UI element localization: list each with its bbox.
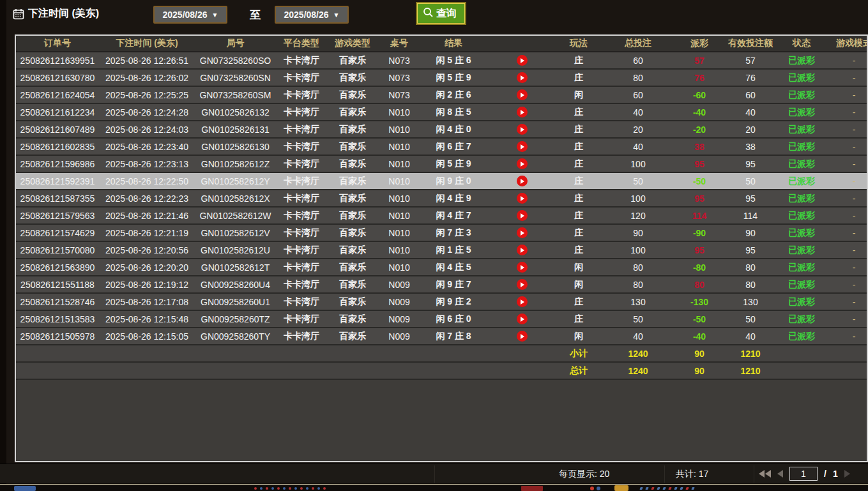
cell-platform: 卡卡湾厅 (276, 190, 327, 208)
table-row[interactable]: 2508261215638902025-08-26 12:20:20GN0102… (16, 259, 868, 276)
column-header-table-no: 桌号 (378, 36, 420, 52)
subtotal-row-cell-order-id (16, 345, 99, 363)
play-video-icon[interactable] (517, 279, 528, 290)
table-row[interactable]: 2508261215923912025-08-26 12:22:50GN0102… (16, 173, 868, 190)
cell-game-mode: - (825, 87, 868, 104)
cell-result: 闲 9 庄 7 (420, 276, 487, 294)
cell-round-id: GN009258260TY (195, 328, 276, 345)
cell-game-mode: - (825, 70, 868, 87)
cell-play: 闲 (557, 328, 600, 345)
cell-result: 闲 6 庄 0 (420, 311, 487, 328)
table-row[interactable]: 2508261216028352025-08-26 12:23:40GN0102… (16, 139, 868, 156)
cell-valid-bet: 95 (723, 190, 778, 208)
play-video-icon[interactable] (517, 141, 528, 152)
cell-play: 庄 (557, 294, 600, 311)
cell-game-mode: - (825, 276, 868, 294)
cell-video (487, 242, 557, 259)
table-row[interactable]: 2508261215700802025-08-26 12:20:56GN0102… (16, 242, 868, 259)
cell-result: 闲 2 庄 6 (420, 87, 487, 104)
cell-bet-time: 2025-08-26 12:23:13 (99, 156, 195, 173)
subtotal-row: 小计1240901210 (16, 345, 868, 363)
play-video-icon[interactable] (517, 124, 528, 135)
cell-valid-bet: 95 (723, 242, 778, 259)
table-row[interactable]: 2508261215746292025-08-26 12:21:19GN0102… (16, 225, 868, 242)
play-video-icon[interactable] (517, 331, 528, 342)
play-video-icon[interactable] (517, 89, 528, 100)
table-row[interactable]: 2508261216074892025-08-26 12:24:03GN0102… (16, 121, 868, 139)
date-from-select[interactable]: 2025/08/26 ▼ (153, 6, 227, 24)
play-video-icon[interactable] (517, 55, 528, 66)
play-video-icon[interactable] (517, 245, 528, 255)
cell-order-id: 250826121630780 (16, 70, 99, 87)
table-row[interactable]: 2508261215287462025-08-26 12:17:08GN0092… (16, 294, 868, 311)
next-page-icon[interactable] (844, 470, 850, 478)
column-header-round-id: 局号 (195, 36, 276, 52)
cell-total-bet: 20 (600, 121, 676, 139)
play-video-icon[interactable] (517, 107, 528, 117)
cell-video (487, 87, 557, 104)
play-video-icon[interactable] (517, 227, 528, 238)
cell-payout: 95 (676, 242, 723, 259)
cell-status: 已派彩 (778, 173, 825, 190)
cell-bet-time: 2025-08-26 12:24:03 (99, 121, 195, 139)
grand-total-row-cell-valid-bet: 1210 (723, 363, 778, 380)
cell-status: 已派彩 (778, 190, 825, 208)
subtotal-row-cell-status (778, 345, 825, 363)
play-video-icon[interactable] (517, 262, 528, 273)
page-number-input[interactable] (789, 467, 818, 481)
column-header-mode: 游戏模式 (825, 36, 868, 52)
play-video-icon[interactable] (517, 158, 528, 169)
first-page-icon[interactable] (759, 470, 771, 478)
cell-game-type: 百家乐 (327, 52, 378, 70)
cell-order-id: 250826121563890 (16, 259, 99, 276)
cell-result: 闲 5 庄 9 (420, 156, 487, 173)
cell-game-type: 百家乐 (327, 139, 378, 156)
cell-play: 庄 (557, 208, 600, 225)
table-row[interactable]: 2508261216122342025-08-26 12:24:28GN0102… (16, 104, 868, 121)
cell-bet-time: 2025-08-26 12:19:12 (99, 276, 195, 294)
column-header-bet-time: 下注时间 (美东) (99, 36, 195, 52)
table-row[interactable]: 2508261215969862025-08-26 12:23:13GN0102… (16, 156, 868, 173)
table-row[interactable]: 2508261215059782025-08-26 12:15:05GN0092… (16, 328, 868, 345)
window-left-edge (0, 0, 6, 491)
divider (664, 465, 665, 483)
grand-total-row-cell-total-bet: 1240 (600, 363, 676, 380)
table-row[interactable]: 2508261215135832025-08-26 12:15:48GN0092… (16, 311, 868, 328)
table-row[interactable]: 2508261216240542025-08-26 12:25:25GN0732… (16, 87, 868, 104)
grand-total-row-cell-status (778, 363, 825, 380)
cell-order-id: 250826121596986 (16, 156, 99, 173)
cell-order-id: 250826121612234 (16, 104, 99, 121)
cell-table-no: N010 (378, 173, 420, 190)
cell-game-mode: - (825, 121, 868, 139)
grand-total-row-cell-video (487, 363, 557, 380)
play-video-icon[interactable] (517, 176, 528, 186)
cell-status: 已派彩 (778, 311, 825, 328)
query-button[interactable]: 查询 (417, 3, 465, 24)
play-video-icon[interactable] (517, 313, 528, 324)
table-row[interactable]: 2508261216399512025-08-26 12:26:51GN0732… (16, 52, 868, 70)
cell-payout: 57 (676, 52, 723, 70)
table-row[interactable]: 2508261216307802025-08-26 12:26:02GN0732… (16, 70, 868, 87)
cell-status: 已派彩 (778, 208, 825, 225)
grand-total-row-cell-play: 总计 (557, 363, 600, 380)
cell-round-id: GN073258260SO (195, 52, 276, 70)
cell-bet-time: 2025-08-26 12:21:46 (99, 208, 195, 225)
play-video-icon[interactable] (517, 296, 528, 307)
play-video-icon[interactable] (517, 72, 528, 83)
table-row[interactable]: 2508261215873552025-08-26 12:22:23GN0102… (16, 190, 868, 208)
cell-video (487, 328, 557, 345)
table-row[interactable]: 2508261215511882025-08-26 12:19:12GN0092… (16, 276, 868, 294)
cell-status: 已派彩 (778, 156, 825, 173)
date-to-select[interactable]: 2025/08/26 ▼ (275, 6, 349, 24)
cell-valid-bet: 80 (723, 259, 778, 276)
table-row[interactable]: 2508261215795632025-08-26 12:21:46GN0102… (16, 208, 868, 225)
cell-game-type: 百家乐 (327, 156, 378, 173)
cell-valid-bet: 130 (723, 294, 778, 311)
cell-result: 闲 4 庄 5 (420, 259, 487, 276)
play-video-icon[interactable] (517, 193, 528, 204)
prev-page-icon[interactable] (777, 470, 783, 478)
cell-status: 已派彩 (778, 121, 825, 139)
cell-payout: 95 (676, 156, 723, 173)
play-video-icon[interactable] (517, 210, 528, 221)
cell-total-bet: 100 (600, 242, 676, 259)
